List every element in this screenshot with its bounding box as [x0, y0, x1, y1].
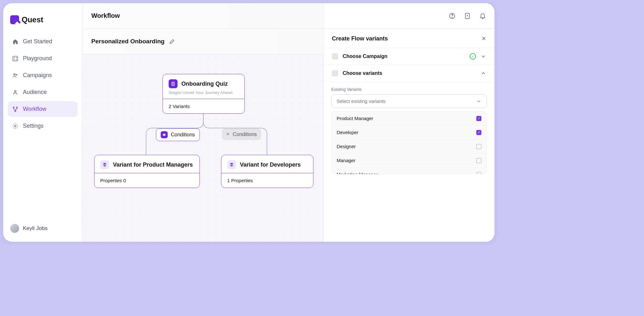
panel-header: Create Flow variants ✕ [324, 29, 494, 48]
option-label: Developer [337, 130, 358, 135]
nav-settings[interactable]: Settings [8, 118, 78, 134]
layers-icon [100, 160, 109, 169]
variants-icon [332, 70, 338, 76]
svg-point-18 [164, 134, 165, 135]
person-icon [12, 89, 18, 96]
select-placeholder: Select existing variants [337, 98, 385, 104]
svg-point-5 [14, 74, 15, 75]
svg-point-9 [16, 107, 17, 108]
variant-option[interactable]: Marketing Manager [332, 168, 486, 174]
nav: Get Started Playground Campaigns Audienc… [8, 34, 78, 134]
bell-icon[interactable] [479, 12, 486, 19]
checkbox[interactable] [476, 172, 481, 175]
variant-option[interactable]: Manager [332, 154, 486, 168]
home-icon [12, 39, 18, 45]
nav-workflow[interactable]: Workflow [8, 101, 78, 117]
svg-point-6 [16, 74, 17, 75]
checkbox[interactable] [476, 158, 481, 163]
nav-label: Playground [23, 55, 52, 62]
svg-rect-0 [13, 56, 18, 61]
checkbox[interactable]: ✓ [476, 130, 481, 135]
option-label: Marketing Manager [337, 172, 378, 174]
section-label: Choose variants [343, 70, 476, 76]
svg-point-2 [16, 57, 17, 58]
sidebar: Quest Get Started Playground Campaigns A… [3, 3, 82, 242]
layers-icon [227, 160, 236, 169]
nav-campaigns[interactable]: Campaigns [8, 68, 78, 83]
variant-option[interactable]: Developer✓ [332, 126, 486, 140]
notes-icon[interactable] [464, 12, 471, 19]
logo-icon [10, 15, 19, 24]
node-title: Variant for Developers [240, 162, 301, 168]
svg-point-20 [452, 17, 452, 17]
nav-get-started[interactable]: Get Started [8, 34, 78, 49]
conditions-pill-active[interactable]: Conditions [156, 128, 200, 141]
grid-icon [12, 55, 18, 62]
variant-option[interactable]: Product Manager✓ [332, 111, 486, 126]
app-frame: Quest Get Started Playground Campaigns A… [3, 3, 494, 242]
variant-options: Product Manager✓Developer✓DesignerManage… [331, 111, 487, 174]
field-label: Existing Variants [331, 87, 487, 92]
checkbox[interactable] [476, 144, 481, 149]
campaign-icon [332, 53, 338, 60]
existing-variants-select[interactable]: Select existing variants [331, 94, 487, 108]
conditions-pill-add[interactable]: + Conditions [222, 128, 261, 140]
node-footer: 1 Properties [221, 173, 313, 188]
nav-label: Get Started [23, 38, 52, 45]
svg-point-10 [15, 111, 16, 111]
svg-point-4 [16, 59, 17, 60]
svg-point-1 [14, 57, 15, 58]
workflow-name: Personalized Onboarding [91, 38, 164, 45]
nav-label: Campaigns [23, 72, 52, 79]
users-icon [12, 72, 18, 79]
svg-point-3 [14, 59, 15, 60]
page-title: Workflow [91, 12, 120, 19]
panel-title: Create Flow variants [332, 35, 388, 42]
node-title: Variant for Product Managers [113, 162, 193, 168]
chevron-down-icon [476, 99, 481, 104]
panel-body: Existing Variants Select existing varian… [324, 82, 494, 179]
checkbox[interactable]: ✓ [476, 116, 481, 121]
node-variant-pm[interactable]: Variant for Product Managers Properties … [94, 155, 200, 188]
variant-option[interactable]: Designer [332, 140, 486, 154]
nav-playground[interactable]: Playground [8, 51, 78, 66]
section-label: Choose Campaign [343, 54, 465, 59]
check-circle-icon: ✓ [470, 53, 476, 60]
node-subtitle: Stages Unveil Your Journey Ahead. [169, 90, 239, 95]
nav-label: Settings [23, 123, 44, 129]
option-label: Designer [337, 144, 356, 149]
pill-label: Conditions [233, 132, 257, 137]
svg-rect-16 [163, 134, 165, 136]
logo[interactable]: Quest [8, 9, 78, 34]
nav-audience[interactable]: Audience [8, 84, 78, 100]
avatar [10, 224, 19, 233]
robot-icon [161, 131, 168, 138]
node-onboarding-quiz[interactable]: Onboarding Quiz Stages Unveil Your Journ… [163, 74, 245, 114]
panel-topbar [324, 3, 494, 29]
svg-point-8 [13, 107, 14, 108]
nav-label: Audience [23, 89, 47, 96]
main: Workflow Personalized Onboarding [82, 3, 494, 242]
user-menu[interactable]: Keyli Jobs [8, 221, 78, 236]
node-footer: Properties 0 [94, 173, 200, 188]
branch-icon [12, 106, 18, 112]
nav-label: Workflow [23, 106, 46, 112]
option-label: Product Manager [337, 116, 373, 121]
option-label: Manager [337, 158, 355, 163]
node-variant-dev[interactable]: Variant for Developers 1 Properties [221, 155, 313, 188]
svg-point-7 [15, 90, 16, 92]
node-footer: 2 Variants [163, 99, 244, 113]
chevron-down-icon [480, 54, 486, 59]
section-choose-variants[interactable]: Choose variants [324, 65, 494, 82]
right-panel: Create Flow variants ✕ Choose Campaign ✓… [323, 3, 494, 242]
svg-point-17 [164, 134, 164, 135]
edit-icon[interactable] [169, 38, 175, 45]
chevron-up-icon [480, 70, 486, 76]
node-title: Onboarding Quiz [181, 81, 228, 87]
gear-icon [12, 123, 18, 129]
pill-label: Conditions [171, 132, 195, 138]
svg-point-11 [15, 125, 16, 127]
section-choose-campaign[interactable]: Choose Campaign ✓ [324, 48, 494, 65]
close-icon[interactable]: ✕ [481, 35, 486, 42]
help-icon[interactable] [449, 12, 456, 19]
